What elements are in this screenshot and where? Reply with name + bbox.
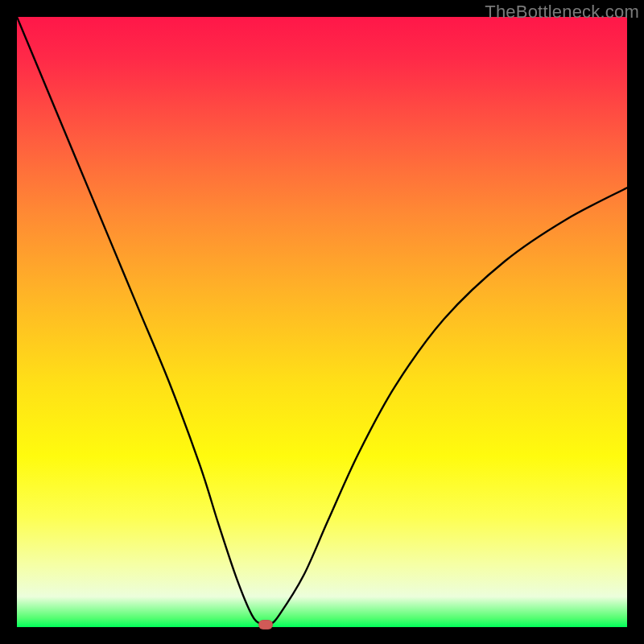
optimal-point-marker: [258, 620, 273, 630]
bottleneck-curve: [17, 17, 627, 627]
chart-plot-area: [17, 17, 627, 627]
watermark-text: TheBottleneck.com: [485, 2, 639, 23]
